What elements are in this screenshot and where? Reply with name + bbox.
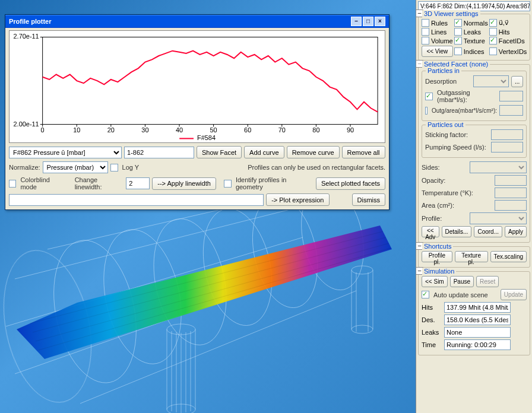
texture-checkbox[interactable]: Texture — [454, 37, 488, 45]
logy-checkbox[interactable] — [110, 164, 118, 171]
svg-text:F#584: F#584 — [197, 134, 216, 141]
identify-checkbox[interactable] — [224, 180, 231, 188]
uv-checkbox[interactable]: u⃗,v⃗ — [489, 19, 527, 27]
svg-point-22 — [352, 325, 373, 333]
normals-checkbox[interactable]: Normals — [454, 19, 488, 27]
profile-pl-button[interactable]: Profile pl. — [422, 251, 452, 262]
particles-out-group: Particles out Sticking factor: Pumping S… — [422, 125, 527, 158]
linewidth-input[interactable] — [126, 177, 150, 189]
svg-marker-27 — [17, 225, 392, 359]
apply-linewidth-button[interactable]: --> Apply linewidth — [152, 177, 216, 190]
hits-checkbox[interactable]: Hits — [489, 28, 527, 36]
lines-checkbox[interactable]: Lines — [422, 28, 453, 36]
details-button[interactable]: Details... — [442, 226, 472, 237]
identify-label: Identify profiles in geometry — [236, 176, 311, 190]
outgassing-input[interactable] — [499, 91, 523, 101]
area-input[interactable] — [495, 200, 527, 211]
svg-rect-32 — [43, 37, 378, 125]
simulation-group: – Simulation << Sim Pause Reset Auto upd… — [418, 271, 530, 355]
maximize-button[interactable]: □ — [363, 17, 373, 26]
pause-button[interactable]: Pause — [450, 276, 474, 287]
svg-text:20: 20 — [107, 127, 115, 134]
normalize-select[interactable]: Pressure (mbar) — [43, 161, 108, 173]
time-value — [444, 339, 511, 350]
remove-curve-button[interactable]: Remove curve — [287, 146, 340, 158]
svg-text:0: 0 — [41, 127, 45, 134]
adv-button[interactable]: << Adv — [422, 226, 439, 237]
auto-update-checkbox[interactable] — [422, 291, 429, 298]
range-input[interactable] — [124, 147, 194, 158]
apply-button[interactable]: Apply — [505, 226, 527, 237]
outg-area-input[interactable] — [499, 105, 523, 116]
svg-text:30: 30 — [141, 127, 148, 134]
shortcuts-group: – Shortcuts Profile pl. Texture pl. Tex.… — [418, 246, 530, 268]
svg-text:2.70e-11: 2.70e-11 — [14, 33, 39, 40]
profile-select[interactable] — [470, 212, 527, 224]
facet-select[interactable]: F#862 Pressure ū [mbar] — [9, 147, 122, 158]
particles-in-group: Particles in Desorption... Outgassing (m… — [422, 71, 527, 121]
view-button[interactable]: << View — [422, 46, 453, 57]
rules-checkbox[interactable]: Rules — [422, 19, 453, 27]
facetids-checkbox[interactable]: FacetIDs — [489, 37, 527, 45]
svg-line-28 — [30, 231, 383, 323]
coord-button[interactable]: Coord... — [474, 226, 502, 237]
plot-expression-button[interactable]: -> Plot expression — [266, 193, 329, 206]
profile-plotter-window: Profile plotter – □ × 010203040506070809… — [5, 14, 390, 210]
svg-text:60: 60 — [244, 127, 251, 134]
leaks-value — [444, 327, 511, 338]
group-title: 3D Viewer settings — [422, 10, 480, 17]
svg-text:40: 40 — [176, 127, 183, 134]
outgassing-checkbox[interactable] — [425, 93, 433, 100]
sticking-input[interactable] — [491, 129, 523, 140]
hits-value — [444, 302, 511, 313]
update-button[interactable]: Update — [501, 289, 527, 300]
logy-label: Log Y — [122, 164, 140, 171]
show-facet-button[interactable]: Show Facet — [197, 146, 242, 158]
sides-select[interactable] — [470, 161, 527, 173]
normalize-label: Normalize: — [9, 164, 40, 171]
pumping-input[interactable] — [491, 142, 523, 153]
svg-text:50: 50 — [210, 127, 217, 134]
outg-area-checkbox[interactable] — [425, 107, 428, 115]
texture-pl-button[interactable]: Texture pl. — [455, 251, 488, 262]
profile-plot: 01020304050607080902.00e-112.70e-11F#584 — [9, 30, 385, 143]
svg-text:70: 70 — [278, 127, 286, 134]
viewer-settings-group: – 3D Viewer settings Rules Normals u⃗,v⃗… — [418, 14, 530, 61]
texscale-button[interactable]: Tex.scaling — [490, 251, 527, 262]
opacity-input[interactable] — [495, 175, 527, 186]
titlebar[interactable]: Profile plotter – □ × — [5, 15, 389, 28]
indices-checkbox[interactable]: Indices — [454, 46, 488, 57]
add-curve-button[interactable]: Add curve — [244, 146, 284, 158]
svg-text:80: 80 — [312, 127, 319, 134]
desorption-select[interactable] — [473, 75, 509, 87]
vertexids-checkbox[interactable]: VertexIDs — [489, 46, 527, 57]
colorblind-checkbox[interactable] — [9, 180, 16, 188]
sim-button[interactable]: << Sim — [422, 276, 448, 287]
select-plotted-button[interactable]: Select plotted facets — [316, 177, 385, 190]
svg-line-29 — [33, 237, 386, 332]
selected-facet-group: – Selected Facet (none) Particles in Des… — [418, 64, 530, 243]
side-panel: V:646 F:862 Dim:(4,11.9974,50) Area:987.… — [416, 0, 532, 413]
svg-text:90: 90 — [347, 127, 354, 134]
svg-point-21 — [352, 266, 373, 274]
expression-input[interactable] — [9, 194, 264, 206]
svg-text:2.00e-11: 2.00e-11 — [14, 120, 39, 128]
minimize-button[interactable]: – — [351, 17, 362, 26]
desorption-more-button[interactable]: ... — [511, 76, 523, 87]
svg-line-30 — [36, 243, 389, 341]
temperature-input[interactable] — [495, 188, 527, 198]
svg-text:10: 10 — [73, 127, 80, 134]
close-button[interactable]: × — [375, 17, 385, 26]
colorblind-label: Colorblind mode — [20, 176, 65, 190]
linewidth-label: Change linewidth: — [75, 176, 124, 190]
reset-button[interactable]: Reset — [476, 276, 499, 287]
rect-note: Profiles can only be used on rectangular… — [248, 164, 385, 171]
dismiss-button[interactable]: Dismiss — [352, 193, 386, 206]
remove-all-button[interactable]: Remove all — [342, 146, 385, 158]
leaks-checkbox[interactable]: Leaks — [454, 28, 488, 36]
window-title: Profile plotter — [9, 18, 350, 25]
des-value — [444, 314, 511, 325]
volume-checkbox[interactable]: Volume — [422, 37, 453, 45]
